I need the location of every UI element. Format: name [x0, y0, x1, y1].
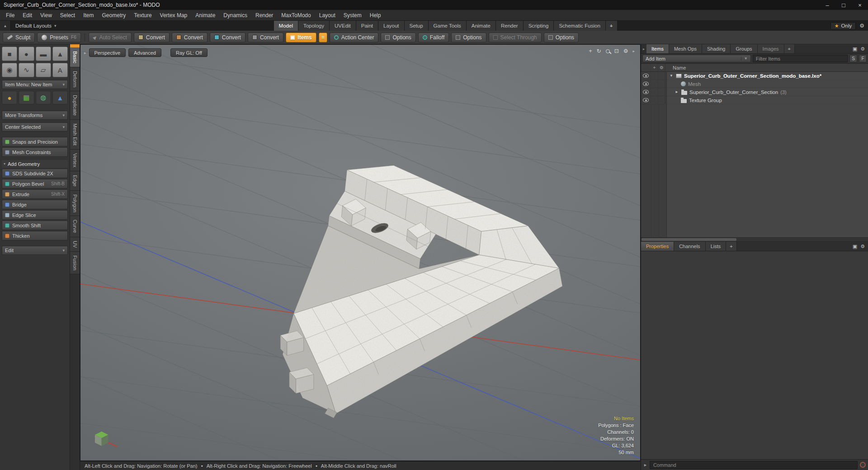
edit-dropdown[interactable]: Edit ▾	[2, 246, 68, 255]
vtab-uv[interactable]: UV	[70, 237, 80, 252]
tab-mesh-ops[interactable]: Mesh Ops	[669, 44, 702, 53]
presets-button[interactable]: Presets F6	[37, 33, 80, 42]
maximize-button[interactable]: □	[835, 0, 852, 10]
tree-row-mesh[interactable]: Mesh	[641, 80, 868, 88]
default-layouts-dropdown[interactable]: Default Layouts ▾	[11, 21, 61, 31]
add-properties-tab-button[interactable]: +	[726, 242, 736, 251]
vtab-mesh-edit[interactable]: Mesh Edit	[70, 120, 80, 150]
auto-select-button[interactable]: ▶ Auto Select	[89, 33, 132, 42]
layout-tab-model[interactable]: Model	[274, 21, 298, 31]
menu-help[interactable]: Help	[366, 10, 385, 21]
items-mode-options-button[interactable]: ≡	[319, 33, 327, 42]
tree-row-section-group[interactable]: ► Superior_Curb_Outer_Corner_Section (3)	[641, 88, 868, 96]
advanced-shading-button[interactable]: Advanced	[128, 48, 161, 57]
vtab-curve[interactable]: Curve	[70, 216, 80, 237]
layout-tab-paint[interactable]: Paint	[356, 21, 378, 31]
layout-tab-setup[interactable]: Setup	[405, 21, 429, 31]
tree-horizontal-scrollbar[interactable]	[641, 237, 868, 242]
only-toggle[interactable]: ★ Only	[830, 22, 856, 30]
cube-primitive-button[interactable]: ■	[2, 47, 17, 61]
convert-button-3[interactable]: Convert	[210, 33, 245, 42]
visibility-eye-icon[interactable]	[643, 82, 649, 86]
layout-tab-game-tools[interactable]: Game Tools	[429, 21, 467, 31]
action-center-button[interactable]: Action Center	[330, 33, 379, 42]
filter-items-input[interactable]	[753, 55, 848, 62]
falloff-options-button[interactable]: Options	[451, 33, 486, 42]
tool-extrude[interactable]: Extrude Shift-X	[2, 189, 68, 199]
vtab-duplicate[interactable]: Duplicate	[70, 91, 80, 120]
convert-button-4[interactable]: Convert	[248, 33, 283, 42]
layout-tab-topology[interactable]: Topology	[298, 21, 330, 31]
curve-tool-button[interactable]: ∿	[19, 63, 34, 77]
menu-view[interactable]: View	[36, 10, 56, 21]
vtab-vertex[interactable]: Vertex	[70, 150, 80, 171]
menu-vertex-map[interactable]: Vertex Map	[156, 10, 192, 21]
expand-panel-icon[interactable]: ▣	[853, 46, 857, 52]
action-center-options-button[interactable]: Options	[381, 33, 415, 42]
vtab-fusion[interactable]: Fusion	[70, 252, 80, 274]
command-history-toggle[interactable]: ►	[643, 463, 647, 467]
vtab-basic[interactable]: Basic	[70, 47, 80, 67]
vtab-deform[interactable]: Deform	[70, 67, 80, 91]
tab-properties[interactable]: Properties	[641, 242, 674, 251]
layout-tab-schematic-fusion[interactable]: Schematic Fusion	[554, 21, 605, 31]
menu-maxtomodo[interactable]: MaxToModo	[277, 10, 315, 21]
add-geometry-header[interactable]: ▾ Add Geometry	[2, 160, 68, 168]
menu-file[interactable]: File	[2, 10, 19, 21]
viewport-settings-gear-icon[interactable]: ⚙	[623, 48, 628, 54]
menu-render[interactable]: Render	[251, 10, 277, 21]
tool-edge-slice[interactable]: Edge Slice	[2, 210, 68, 220]
add-layout-tab-button[interactable]: +	[606, 21, 618, 31]
menu-layout[interactable]: Layout	[315, 10, 340, 21]
layout-tab-layout[interactable]: Layout	[378, 21, 405, 31]
menu-animate[interactable]: Animate	[191, 10, 219, 21]
close-button[interactable]: ×	[852, 0, 868, 10]
layout-tab-animate[interactable]: Animate	[467, 21, 496, 31]
flyout-icon[interactable]: ▸	[84, 51, 86, 55]
cylinder-primitive-button[interactable]: ▬	[36, 47, 51, 61]
panel-gear-icon[interactable]: ⚙	[860, 46, 865, 52]
visibility-eye-icon[interactable]	[643, 74, 649, 78]
items-mode-button[interactable]: ▣ Items	[286, 33, 316, 42]
rotate-view-icon[interactable]: ↻	[597, 48, 601, 54]
select-through-options-button[interactable]: Options	[544, 33, 579, 42]
ground-plane-button[interactable]: ▦	[19, 91, 34, 104]
menu-dynamics[interactable]: Dynamics	[219, 10, 251, 21]
minimize-button[interactable]: –	[819, 0, 835, 10]
sphere-primitive-button[interactable]: ●	[19, 47, 34, 61]
fit-view-icon[interactable]: ⊡	[614, 48, 619, 54]
tool-sds-subdivide-2x[interactable]: SDS Subdivide 2X	[2, 169, 68, 178]
tool-polygon-bevel[interactable]: Polygon Bevel Shift-B	[2, 179, 68, 188]
snaps-and-precision-button[interactable]: Snaps and Precision	[2, 137, 68, 146]
3d-viewport[interactable]: ▸ Perspective Advanced Ray GL: Off + ↻ ⊡…	[80, 44, 641, 461]
pan-tool-icon[interactable]: +	[589, 48, 592, 54]
tool-smooth-shift[interactable]: Smooth Shift	[2, 221, 68, 230]
item-figure-button[interactable]: ●	[2, 91, 17, 104]
tab-channels[interactable]: Channels	[674, 242, 705, 251]
cone-primitive-button[interactable]: ▲	[52, 47, 68, 61]
sketch-tool-button[interactable]: ▱	[36, 63, 51, 77]
vtab-polygon[interactable]: Polygon	[70, 191, 80, 216]
menu-texture[interactable]: Texture	[130, 10, 156, 21]
tab-images[interactable]: Images	[758, 44, 784, 53]
layout-tab-render[interactable]: Render	[496, 21, 524, 31]
add-panel-tab-button[interactable]: +	[784, 44, 795, 53]
filter-mode-f-button[interactable]: F	[859, 55, 867, 62]
vtab-edge[interactable]: Edge	[70, 171, 80, 191]
collapse-arrow-icon[interactable]: ▼	[669, 74, 674, 78]
mesh-constraints-button[interactable]: Mesh Constraints	[2, 147, 68, 157]
perspective-view-button[interactable]: Perspective	[89, 48, 126, 57]
expand-arrow-icon[interactable]: ►	[675, 90, 679, 94]
item-menu-dropdown[interactable]: Item Menu: New Item ▾	[2, 80, 68, 89]
raygl-button[interactable]: Ray GL: Off	[170, 48, 208, 57]
text-tool-button[interactable]: A	[52, 63, 68, 77]
scrollbar-handle[interactable]	[642, 238, 736, 241]
menu-edit[interactable]: Edit	[19, 10, 36, 21]
more-transforms-dropdown[interactable]: More Transforms ▾	[2, 111, 68, 120]
panel-gear-icon[interactable]: ⚙	[860, 244, 865, 249]
sphere-item-button[interactable]: ◍	[36, 91, 51, 104]
tab-lists[interactable]: Lists	[706, 242, 726, 251]
gear-icon[interactable]: ⚙	[859, 23, 864, 29]
tree-row-scene[interactable]: ▼ Superior_Curb_Outer_Corner_Section_mod…	[641, 72, 868, 80]
tab-items[interactable]: Items	[646, 44, 669, 53]
